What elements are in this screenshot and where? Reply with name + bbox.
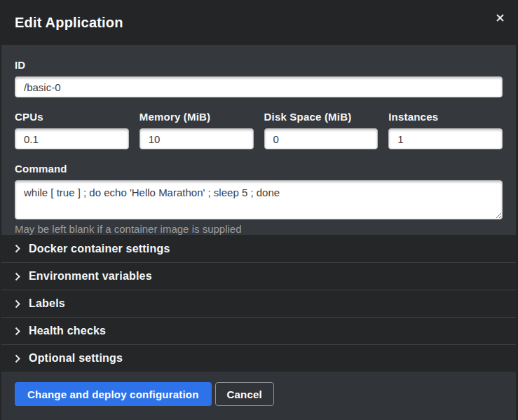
section-labels[interactable]: Labels	[1, 290, 516, 317]
memory-label: Memory (MiB)	[139, 111, 254, 123]
section-environment-variables[interactable]: Environment variables	[1, 262, 516, 290]
id-field-group: ID	[15, 59, 503, 97]
collapsible-sections: Docker container settings Environment va…	[1, 235, 516, 372]
close-icon[interactable]	[492, 10, 507, 25]
id-label: ID	[15, 59, 503, 71]
modal-title: Edit Application	[15, 15, 123, 31]
section-health-checks[interactable]: Health checks	[1, 317, 516, 344]
chevron-right-icon	[15, 327, 21, 336]
command-label: Command	[15, 163, 503, 175]
command-input[interactable]: while [ true ] ; do echo 'Hello Marathon…	[15, 180, 503, 219]
x-mark-icon	[496, 14, 504, 22]
section-label: Docker container settings	[29, 243, 170, 255]
modal-header: Edit Application	[1, 0, 516, 45]
edit-application-modal: Edit Application ID CPUs Memory (MiB) Di…	[0, 0, 518, 420]
cpus-input[interactable]	[15, 128, 129, 149]
chevron-right-icon	[15, 244, 21, 253]
section-label: Optional settings	[29, 352, 123, 365]
chevron-right-icon	[15, 354, 21, 363]
chevron-right-icon	[15, 272, 21, 281]
command-field-group: Command while [ true ] ; do echo 'Hello …	[15, 163, 503, 235]
instances-field-group: Instances	[388, 111, 503, 149]
section-docker-container-settings[interactable]: Docker container settings	[1, 235, 516, 262]
memory-field-group: Memory (MiB)	[139, 111, 254, 149]
form-area: ID CPUs Memory (MiB) Disk Space (MiB) In…	[1, 45, 516, 235]
disk-space-label: Disk Space (MiB)	[264, 111, 379, 123]
resources-row: CPUs Memory (MiB) Disk Space (MiB) Insta…	[15, 111, 503, 149]
change-and-deploy-button[interactable]: Change and deploy configuration	[15, 382, 212, 406]
modal-footer: Change and deploy configuration Cancel	[1, 372, 516, 420]
section-label: Labels	[29, 297, 65, 310]
disk-space-field-group: Disk Space (MiB)	[264, 111, 379, 149]
cpus-label: CPUs	[15, 111, 129, 123]
command-help-text: May be left blank if a container image i…	[15, 223, 503, 235]
section-optional-settings[interactable]: Optional settings	[1, 344, 516, 372]
section-label: Health checks	[29, 325, 106, 337]
memory-input[interactable]	[139, 128, 254, 149]
instances-label: Instances	[388, 111, 503, 123]
cancel-button[interactable]: Cancel	[215, 382, 274, 406]
instances-input[interactable]	[388, 128, 503, 149]
chevron-right-icon	[15, 299, 21, 309]
id-input[interactable]	[15, 76, 503, 97]
cpus-field-group: CPUs	[15, 111, 129, 149]
section-label: Environment variables	[29, 270, 152, 283]
disk-space-input[interactable]	[264, 128, 379, 149]
